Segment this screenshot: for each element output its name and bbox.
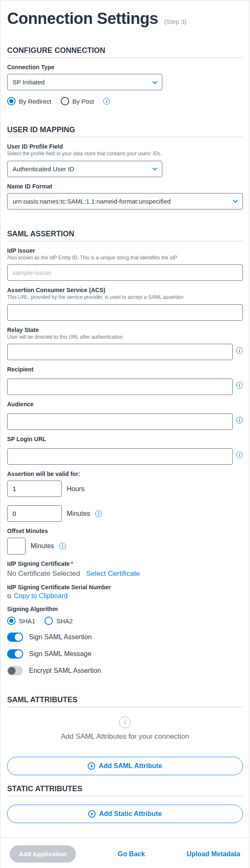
toggle-sign-saml-message[interactable] (7, 649, 23, 659)
recipient-input[interactable] (7, 379, 233, 395)
upload-metadata-link[interactable]: Upload Metadata (187, 850, 240, 858)
info-icon[interactable]: i (236, 417, 243, 424)
connection-settings-card: Connection Settings (Step 3) CONFIGURE C… (0, 0, 250, 868)
saml-attributes-empty-text: Add SAML Attributes for your connection (7, 732, 243, 741)
add-saml-attribute-button[interactable]: + Add SAML Attribute (7, 757, 243, 775)
info-icon[interactable]: i (95, 510, 102, 517)
user-id-profile-field-select[interactable]: Authenticated User ID (7, 161, 162, 177)
radio-checked-icon (7, 617, 16, 625)
section-saml-assertion: SAML ASSERTION (7, 230, 243, 241)
header-row: Connection Settings (Step 3) (7, 10, 243, 28)
toggle-encrypt-saml-assertion-label: Encrypt SAML Assertion (29, 667, 101, 675)
name-id-format-label: Name ID Format (7, 183, 243, 190)
required-star-icon: * (71, 560, 73, 567)
radio-sha1[interactable]: SHA1 (7, 617, 35, 625)
plus-circle-icon: + (88, 810, 96, 818)
go-back-link[interactable]: Go Back (118, 850, 145, 858)
radio-sha2[interactable]: SHA2 (44, 617, 73, 625)
hours-input[interactable] (7, 481, 62, 497)
radio-checked-icon (7, 97, 16, 105)
idp-issuer-label: IdP Issuer (7, 247, 243, 254)
name-id-format-select[interactable]: urn:oasis:names:tc:SAML:1.1:nameid-forma… (7, 193, 243, 209)
copy-to-clipboard-link[interactable]: Copy to Clipboard (14, 592, 68, 600)
idp-issuer-input[interactable] (7, 264, 243, 281)
sp-login-url-input[interactable] (7, 448, 233, 465)
sp-login-url-label: SP Login URL (7, 436, 243, 442)
recipient-label: Recipient (7, 366, 243, 373)
serial-number-label: IdP Signing Certificate Serial Number (7, 584, 243, 591)
radio-by-redirect[interactable]: By Redirect (7, 97, 52, 105)
plus-circle-icon: + (88, 762, 95, 770)
toggle-sign-saml-message-label: Sign SAML Message (29, 650, 91, 658)
info-icon[interactable]: i (59, 543, 66, 549)
copy-icon: ⧉ (7, 593, 11, 600)
connection-type-select[interactable]: SP Initiated (7, 74, 162, 90)
toggle-encrypt-saml-assertion[interactable] (7, 666, 23, 675)
step-indicator: (Step 3) (164, 18, 186, 25)
radio-unchecked-icon (44, 617, 53, 625)
footer: Add Application Go Back Upload Metadata (0, 837, 250, 868)
idp-issuer-hint: Also known as the IdP Entity ID. This is… (7, 255, 243, 261)
section-saml-attributes: SAML ATTRIBUTES (7, 695, 243, 707)
toggle-sign-saml-assertion[interactable] (7, 633, 23, 642)
acs-input[interactable] (7, 304, 243, 321)
acs-label: Assertion Consumer Service (ACS) (7, 287, 243, 293)
audience-input[interactable] (7, 413, 233, 430)
radio-by-redirect-label: By Redirect (19, 98, 52, 105)
user-id-profile-field-hint: Select the profile field in your data st… (7, 151, 243, 157)
info-icon[interactable]: i (236, 452, 243, 458)
name-id-format-value: urn:oasis:names:tc:SAML:1.1:nameid-forma… (13, 198, 171, 205)
section-user-id-mapping: USER ID MAPPING (7, 125, 243, 137)
offset-minutes-label: Offset Minutes (7, 528, 243, 534)
info-icon[interactable]: i (103, 98, 110, 105)
user-id-profile-field-label: User ID Profile Field (7, 143, 243, 150)
section-static-attributes: STATIC ATTRIBUTES (7, 784, 243, 796)
page-title: Connection Settings (7, 10, 158, 28)
offset-minutes-unit: Minutes (31, 542, 54, 550)
toggle-sign-saml-assertion-label: Sign SAML Assertion (29, 633, 92, 641)
hours-unit: Hours (67, 485, 85, 493)
relay-state-hint: User will be directed to this URL after … (7, 334, 243, 341)
relay-state-input[interactable] (7, 344, 233, 360)
section-configure-connection: CONFIGURE CONNECTION (7, 46, 243, 58)
select-certificate-link[interactable]: Select Certificate (86, 570, 140, 578)
minutes-input[interactable] (7, 505, 62, 522)
offset-minutes-input[interactable] (7, 538, 26, 554)
minutes-unit: Minutes (67, 510, 90, 518)
add-static-attribute-button[interactable]: + Add Static Attribute (7, 805, 243, 823)
no-cert-text: No Certificate Selected (7, 570, 80, 578)
info-icon[interactable]: i (236, 347, 243, 354)
relay-state-label: Relay State (7, 327, 243, 333)
add-saml-attribute-label: Add SAML Attribute (99, 762, 162, 770)
add-application-button[interactable]: Add Application (10, 845, 76, 863)
info-icon[interactable]: i (236, 382, 243, 389)
connection-type-value: SP Initiated (13, 78, 44, 86)
signing-algorithm-label: Signing Algorithm (7, 606, 243, 612)
user-id-profile-field-value: Authenticated User ID (13, 165, 74, 173)
add-static-attribute-label: Add Static Attribute (99, 810, 162, 818)
radio-sha1-label: SHA1 (19, 617, 35, 625)
saml-attributes-empty-state: i Add SAML Attributes for your connectio… (7, 707, 243, 748)
audience-label: Audience (7, 401, 243, 408)
connection-type-label: Connection Type (7, 64, 243, 71)
info-icon: i (119, 716, 131, 728)
assertion-valid-label: Assertion will be valid for: (7, 471, 243, 477)
radio-by-post-label: By Post (73, 98, 94, 105)
idp-signing-cert-label: IdP Signing Certificate* (7, 560, 243, 567)
radio-unchecked-icon (61, 97, 69, 105)
radio-sha2-label: SHA2 (56, 617, 73, 625)
radio-by-post[interactable]: By Post (61, 97, 94, 105)
acs-hint: This URL, provided by the service provid… (7, 294, 243, 301)
